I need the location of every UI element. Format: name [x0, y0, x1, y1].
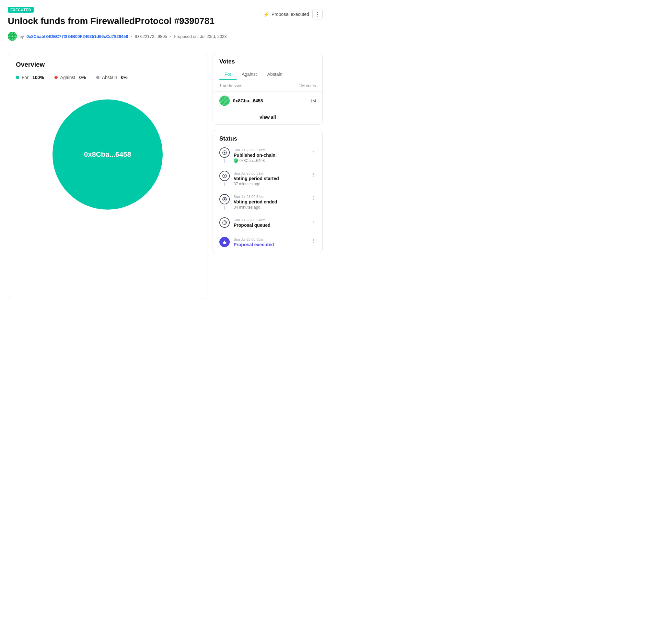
for-dot	[16, 76, 19, 79]
right-panel: Votes For Against Abstain 1 addresses 1M…	[212, 53, 323, 253]
voter-address[interactable]: 0x8Cba...6458	[233, 98, 307, 104]
abstain-pct: 0%	[121, 75, 127, 80]
proposed-date: Proposed on: Jul 23rd, 2023	[174, 34, 227, 39]
timeline-left-1	[219, 147, 230, 163]
timeline-item-queued: ⏳ Sun Jul 23 00:54am Proposal queued ⋮	[219, 217, 316, 237]
voter-avatar	[219, 96, 230, 106]
timeline-line-2	[224, 182, 225, 186]
event1-more[interactable]: ⋮	[311, 149, 316, 154]
donut-chart: 0x8Cba...6458	[52, 99, 163, 210]
voting-started-icon	[219, 171, 230, 181]
voter-votes: 1M	[310, 98, 316, 104]
vote-against: Against 0%	[54, 75, 86, 80]
votes-meta: 1 addresses 1M votes	[213, 80, 322, 92]
voter-row: 0x8Cba...6458 1M	[213, 92, 322, 110]
timeline-left-2	[219, 171, 230, 186]
timeline-left-3	[219, 194, 230, 210]
votes-card-header: Votes For Against Abstain	[213, 53, 322, 80]
event2-date: Sun Jul 23 00:51am	[234, 171, 316, 175]
event2-title: Voting period started	[234, 176, 316, 181]
more-options-button[interactable]: ⋮	[312, 9, 323, 19]
event3-subtext: 34 minutes ago	[234, 205, 260, 210]
event5-more[interactable]: ⋮	[311, 238, 316, 243]
event3-more[interactable]: ⋮	[311, 196, 316, 201]
timeline-content-4: Sun Jul 23 00:54am Proposal queued	[234, 217, 316, 229]
votes-card: Votes For Against Abstain 1 addresses 1M…	[212, 53, 323, 125]
author-row: by 0x8Cbabf84DEC772f34B00F246351d66cCd78…	[8, 32, 323, 41]
executed-badge: EXECUTED	[8, 7, 34, 13]
author-address[interactable]: 0x8Cbabf84DEC772f34B00F246351d66cCd78264…	[27, 34, 128, 39]
donut-label: 0x8Cba...6458	[84, 150, 131, 159]
against-label: Against	[60, 75, 75, 80]
status-card: Status Sun Jul 23 00:51am Published on-	[212, 130, 323, 253]
tab-for[interactable]: For	[219, 69, 236, 80]
for-pct: 100%	[32, 75, 44, 80]
header-divider	[8, 50, 323, 50]
svg-marker-3	[224, 175, 226, 177]
timeline-content-5: Sun Jul 23 00:55am Proposal executed	[234, 237, 316, 248]
event1-avatar	[234, 158, 238, 163]
timeline-left-4: ⏳	[219, 217, 230, 229]
overview-title: Overview	[16, 61, 199, 68]
event5-date: Sun Jul 23 00:55am	[234, 237, 316, 242]
event4-more[interactable]: ⋮	[311, 218, 316, 224]
status-text: Proposal executed	[272, 12, 309, 17]
by-label: by	[19, 34, 24, 39]
more-icon: ⋮	[315, 12, 320, 18]
event1-date: Sun Jul 23 00:51am	[234, 148, 316, 152]
svg-rect-5	[224, 199, 226, 200]
view-all-button[interactable]: View all	[213, 110, 322, 124]
for-label: For	[22, 75, 28, 80]
status-title: Status	[219, 135, 316, 142]
event3-sub: 34 minutes ago	[234, 205, 316, 210]
event1-sub: 0x8Cba...6458	[234, 158, 316, 163]
chart-container: 0x8Cba...6458	[16, 99, 199, 210]
timeline-item-voting-ended: Sun Jul 23 00:54am Voting period ended 3…	[219, 194, 316, 217]
separator-1: •	[131, 34, 132, 39]
votes-title: Votes	[219, 58, 316, 65]
votes-count: 1M votes	[299, 83, 316, 88]
voting-ended-icon	[219, 194, 230, 204]
proposal-title: Unlock funds from FirewalledProtocol #93…	[8, 15, 234, 27]
event2-sub: 37 minutes ago	[234, 182, 316, 186]
abstain-label: Abstain	[102, 75, 117, 80]
overview-panel: Overview For 100% Against 0% Abstain 0%	[8, 53, 207, 299]
event2-more[interactable]: ⋮	[311, 172, 316, 177]
svg-marker-8	[222, 240, 227, 244]
vote-abstain: Abstain 0%	[96, 75, 128, 80]
abstain-dot	[96, 76, 99, 79]
svg-point-1	[224, 152, 226, 154]
queued-icon: ⏳	[219, 217, 230, 228]
vote-indicators: For 100% Against 0% Abstain 0%	[16, 75, 199, 80]
executed-icon	[219, 237, 230, 247]
event1-address: 0x8Cba...6458	[240, 158, 265, 163]
svg-text:⏳: ⏳	[224, 221, 227, 224]
proposal-status: ⚡ Proposal executed	[263, 12, 309, 18]
event3-date: Sun Jul 23 00:54am	[234, 195, 316, 199]
event4-title: Proposal queued	[234, 223, 316, 228]
timeline-content-2: Sun Jul 23 00:51am Voting period started…	[234, 171, 316, 186]
proposal-id: ID 622172...9805	[135, 34, 167, 39]
timeline-item-executed: Sun Jul 23 00:55am Proposal executed ⋮	[219, 237, 316, 248]
timeline-item-published: Sun Jul 23 00:51am Published on-chain 0x…	[219, 147, 316, 171]
bolt-icon: ⚡	[263, 12, 270, 18]
timeline-content-1: Sun Jul 23 00:51am Published on-chain 0x…	[234, 147, 316, 163]
against-pct: 0%	[79, 75, 86, 80]
event4-date: Sun Jul 23 00:54am	[234, 218, 316, 222]
votes-tabs: For Against Abstain	[219, 69, 316, 80]
addresses-count: 1 addresses	[219, 83, 242, 88]
timeline-item-voting-started: Sun Jul 23 00:51am Voting period started…	[219, 171, 316, 194]
tab-against[interactable]: Against	[236, 69, 262, 80]
event2-subtext: 37 minutes ago	[234, 182, 260, 186]
against-dot	[54, 76, 58, 79]
timeline-left-5	[219, 237, 230, 248]
tab-abstain[interactable]: Abstain	[262, 69, 288, 80]
event3-title: Voting period ended	[234, 199, 316, 204]
event1-title: Published on-chain	[234, 153, 316, 158]
timeline: Sun Jul 23 00:51am Published on-chain 0x…	[219, 147, 316, 248]
timeline-line-3	[224, 206, 225, 210]
timeline-line-1	[224, 159, 225, 163]
author-avatar	[8, 32, 17, 41]
published-icon	[219, 147, 230, 158]
vote-for: For 100%	[16, 75, 44, 80]
